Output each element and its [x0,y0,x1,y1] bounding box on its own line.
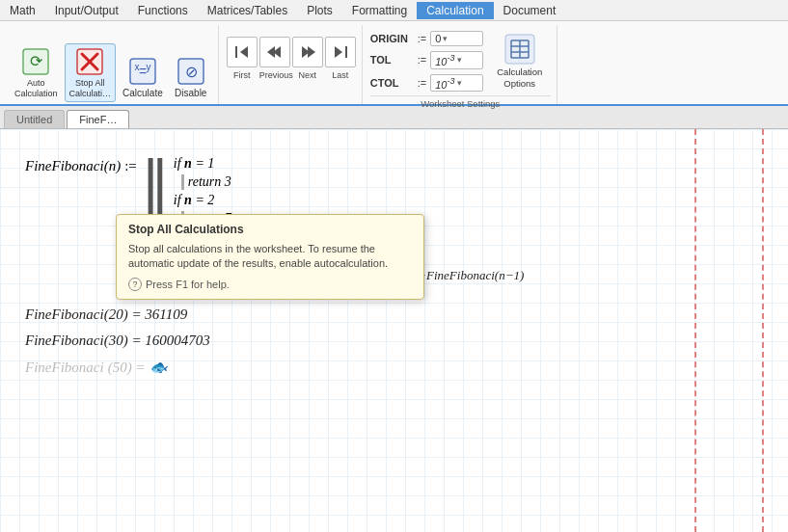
svg-marker-16 [308,46,315,58]
help-text: Press F1 for help. [146,279,230,290]
menu-calculation[interactable]: Calculation [417,2,493,19]
ribbon-calc-buttons-row: ⟳ Auto Calculation Stop All Calculati… [10,27,212,102]
eval-50-loading-icon: 🐟 [149,359,168,376]
origin-assign: := [418,33,426,44]
assign-symbol: := [124,154,137,174]
svg-rect-11 [235,46,237,58]
first-nav-label: First [227,70,258,80]
ctol-label: CTOL [370,77,414,89]
svg-marker-14 [267,46,275,58]
eval-30: FineFibonaci(30) = 160004703 [25,332,788,349]
tol-label: TOL [370,54,414,66]
ribbon: ⟳ Auto Calculation Stop All Calculati… [0,21,788,106]
branch1-condition: if n = 1 [174,156,215,172]
calculate-button[interactable]: = x y Calculate [118,53,168,102]
help-circle-icon: ? [128,278,142,291]
origin-value[interactable]: 0 ▾ [430,31,483,46]
worksheet: FineFibonaci(n) := ‖ if n = 1 return 3 i… [0,129,788,532]
menu-inputoutput[interactable]: Input/Output [45,2,128,19]
origin-setting-row: ORIGIN := 0 ▾ [370,31,483,46]
prev-nav-button[interactable] [259,37,290,67]
branch-if-n2: if n = 2 [174,193,524,208]
ctol-dropdown-icon[interactable]: ▾ [457,78,462,88]
tooltip-title: Stop All Calculations [128,223,412,236]
tab-untitled[interactable]: Untitled [4,110,65,128]
menu-matrices[interactable]: Matrices/Tables [198,2,297,19]
last-nav-label: Last [325,70,356,80]
disable-button[interactable]: ⊘ Disable [170,53,212,102]
ctol-number: 10-3 [435,76,454,91]
disable-label: Disable [175,88,206,99]
tab-finef[interactable]: FineF… [67,110,129,128]
menu-formatting[interactable]: Formatting [342,2,417,19]
calculate-label: Calculate [122,88,163,99]
first-nav-button[interactable] [227,37,258,67]
calc-options-label: CalculationOptions [497,66,542,89]
last-nav-button[interactable] [325,37,356,67]
tol-assign: := [418,54,426,66]
prev-nav-label: Previous [259,70,290,80]
origin-number: 0 [435,33,441,44]
auto-calc-label: Auto Calculation [14,78,58,99]
auto-calculation-button[interactable]: ⟳ Auto Calculation [10,43,63,102]
svg-rect-17 [345,46,347,58]
branch-if-n1: if n = 1 [174,156,524,172]
calculate-icon: = x y [127,56,158,87]
ctol-value[interactable]: 10-3 ▾ [430,74,483,93]
ribbon-nav-group: First Previous Next Last [221,25,363,104]
svg-text:⟳: ⟳ [30,53,43,69]
origin-label: ORIGIN [370,33,414,44]
ribbon-settings-group: ORIGIN := 0 ▾ TOL := 10-3 ▾ [365,25,557,104]
ribbon-calc-group: ⟳ Auto Calculation Stop All Calculati… [4,25,219,104]
ctol-setting-row: CTOL := 10-3 ▾ [370,74,483,93]
next-nav-button[interactable] [292,37,323,67]
stop-all-label: Stop All Calculati… [69,78,112,99]
next-nav-label: Next [292,70,323,80]
menu-functions[interactable]: Functions [128,2,198,19]
svg-text:⊘: ⊘ [184,64,197,80]
origin-dropdown-icon[interactable]: ▾ [443,34,448,43]
svg-text:y: y [146,62,150,72]
svg-marker-18 [335,46,342,58]
auto-calc-icon: ⟳ [20,46,51,77]
menu-bar: Math Input/Output Functions Matrices/Tab… [0,0,788,21]
tol-value[interactable]: 10-3 ▾ [430,51,483,69]
function-lhs: FineFibonaci(n) [25,154,121,174]
return3-text: return 3 [181,174,231,190]
worksheet-settings-label: Worksheet Settings [370,95,551,109]
menu-document[interactable]: Document [494,2,566,19]
tol-setting-row: TOL := 10-3 ▾ [370,51,483,69]
disable-icon: ⊘ [176,56,206,87]
svg-marker-12 [240,46,248,58]
stop-all-button[interactable]: Stop All Calculati… [65,43,117,102]
tooltip-text: Stop all calculations in the worksheet. … [128,242,412,272]
tol-dropdown-icon[interactable]: ▾ [457,55,462,65]
tab-bar: Untitled FineF… [0,106,788,129]
calc-options-button[interactable]: CalculationOptions [491,27,548,93]
tol-number: 10-3 [435,53,454,67]
menu-plots[interactable]: Plots [297,2,342,19]
menu-math[interactable]: Math [0,2,45,19]
eval-50: FineFibonaci(50) = 🐟 [25,359,788,376]
ctol-assign: := [418,77,426,89]
tooltip-popup: Stop All Calculations Stop all calculati… [116,214,424,300]
eval-20: FineFibonaci(20) = 361109 [25,306,788,323]
svg-text:x: x [134,62,139,72]
branch-return-3: return 3 [181,174,524,190]
branch2-condition: if n = 2 [174,193,215,208]
calc-options-icon [503,32,537,66]
stop-all-icon [74,46,105,77]
tooltip-help: ? Press F1 for help. [128,278,412,291]
